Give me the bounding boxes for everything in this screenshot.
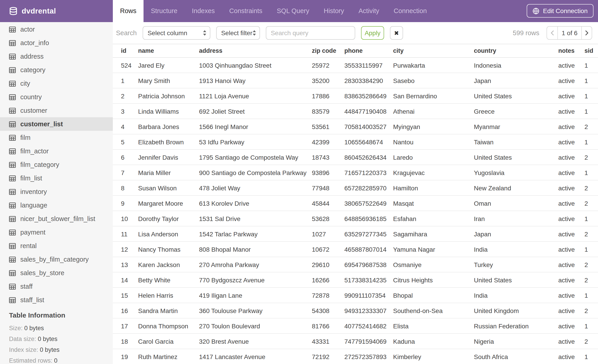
cell-name[interactable]: Mary Smith (138, 77, 199, 84)
sidebar-item-sales-by-film-category[interactable]: sales_by_film_category (0, 253, 113, 266)
cell-zip-code[interactable]: 10672 (312, 246, 344, 253)
sidebar-item-rental[interactable]: rental (0, 239, 113, 253)
cell-sid[interactable]: 2 (584, 200, 598, 207)
cell-notes[interactable]: active (558, 154, 584, 161)
edit-connection-button[interactable]: Edit Connection (527, 4, 593, 18)
cell-country[interactable]: United Kingdom (474, 307, 558, 314)
cell-notes[interactable]: active (558, 322, 584, 330)
cell-zip-code[interactable]: 53628 (312, 215, 344, 222)
cell-country[interactable]: Japan (474, 230, 558, 237)
cell-address[interactable]: 808 Bhopal Manor (199, 246, 312, 253)
cell-city[interactable]: Purwakarta (393, 62, 474, 69)
cell-phone[interactable]: 949312333307 (344, 307, 393, 314)
cell-name[interactable]: Elizabeth Brown (138, 138, 199, 146)
column-header-phone[interactable]: phone (344, 47, 393, 54)
column-header-country[interactable]: country (474, 47, 558, 54)
sidebar-item-film-actor[interactable]: film_actor (0, 144, 113, 158)
cell-sid[interactable]: 2 (584, 123, 598, 130)
cell-notes[interactable]: active (558, 200, 584, 207)
cell-sid[interactable]: 2 (584, 184, 598, 192)
tab-indexes[interactable]: Indexes (185, 0, 222, 22)
cell-city[interactable]: Laredo (393, 154, 474, 161)
cell-city[interactable]: Esfahan (393, 215, 474, 222)
sidebar-item-inventory[interactable]: inventory (0, 185, 113, 198)
cell-zip-code[interactable]: 45844 (312, 200, 344, 207)
cell-id[interactable]: 8 (121, 184, 138, 192)
table-row[interactable]: 15Helen Harris419 Iligan Lane72878990911… (113, 288, 598, 303)
apply-button[interactable]: Apply (361, 26, 384, 40)
cell-phone[interactable]: 648856936185 (344, 215, 393, 222)
cell-notes[interactable]: active (558, 291, 584, 299)
cell-notes[interactable]: active (558, 108, 584, 115)
cell-sid[interactable]: 2 (584, 261, 598, 268)
sidebar-item-staff-list[interactable]: staff_list (0, 293, 113, 307)
cell-zip-code[interactable]: 77948 (312, 184, 344, 192)
cell-phone[interactable]: 860452626434 (344, 154, 393, 161)
cell-id[interactable]: 14 (121, 276, 138, 283)
cell-notes[interactable]: active (558, 138, 584, 146)
table-row[interactable]: 11Lisa Anderson1542 Tarlac Parkway102763… (113, 226, 598, 242)
cell-name[interactable]: Linda Williams (138, 108, 199, 115)
cell-address[interactable]: 770 Bydgoszcz Avenue (199, 276, 312, 283)
cell-name[interactable]: Jennifer Davis (138, 154, 199, 161)
table-row[interactable]: 524Jared Ely1003 Qinhuangdao Street25972… (113, 58, 598, 73)
cell-notes[interactable]: active (558, 307, 584, 314)
cell-name[interactable]: Carol Garcia (138, 338, 199, 345)
cell-sid[interactable]: 1 (584, 62, 598, 69)
table-row[interactable]: 10Dorothy Taylor1531 Sal Drive5362864885… (113, 211, 598, 226)
cell-phone[interactable]: 635297277345 (344, 230, 393, 237)
column-header-name[interactable]: name (138, 47, 199, 54)
cell-notes[interactable]: active (558, 261, 584, 268)
cell-name[interactable]: Sandra Martin (138, 307, 199, 314)
table-row[interactable]: 5Elizabeth Brown53 Idfu Parkway423991065… (113, 134, 598, 150)
tab-structure[interactable]: Structure (144, 0, 185, 22)
cell-country[interactable]: Greece (474, 108, 558, 115)
cell-name[interactable]: Barbara Jones (138, 123, 199, 130)
cell-id[interactable]: 12 (121, 246, 138, 253)
cell-address[interactable]: 1417 Lancaster Avenue (199, 353, 312, 360)
cell-country[interactable]: Myanmar (474, 123, 558, 130)
cell-sid[interactable]: 1 (584, 108, 598, 115)
cell-id[interactable]: 6 (121, 154, 138, 161)
cell-id[interactable]: 13 (121, 261, 138, 268)
cell-city[interactable]: Kimberley (393, 353, 474, 360)
cell-phone[interactable]: 28303384290 (344, 77, 393, 84)
tab-connection[interactable]: Connection (387, 0, 434, 22)
column-header-city[interactable]: city (393, 47, 474, 54)
cell-city[interactable]: Bhopal (393, 291, 474, 299)
cell-country[interactable]: Indonesia (474, 62, 558, 69)
cell-id[interactable]: 524 (121, 62, 138, 69)
cell-phone[interactable]: 407752414682 (344, 322, 393, 330)
cell-phone[interactable]: 716571220373 (344, 169, 393, 176)
table-row[interactable]: 16Sandra Martin360 Toulouse Parkway54308… (113, 303, 598, 318)
cell-country[interactable]: Oman (474, 200, 558, 207)
table-row[interactable]: 4Barbara Jones1566 Inegl Manor5356170581… (113, 119, 598, 134)
cell-notes[interactable]: active (558, 169, 584, 176)
sidebar-item-film-list[interactable]: film_list (0, 171, 113, 185)
cell-sid[interactable]: 1 (584, 92, 598, 99)
cell-name[interactable]: Jared Ely (138, 62, 199, 69)
cell-zip-code[interactable]: 72878 (312, 291, 344, 299)
sidebar-item-category[interactable]: category (0, 63, 113, 77)
cell-sid[interactable]: 2 (584, 154, 598, 161)
cell-address[interactable]: 478 Joliet Way (199, 184, 312, 192)
column-header-address[interactable]: address (199, 47, 312, 54)
table-row[interactable]: 14Betty White770 Bydgoszcz Avenue1626651… (113, 272, 598, 288)
cell-notes[interactable]: active (558, 215, 584, 222)
cell-id[interactable]: 18 (121, 338, 138, 345)
cell-notes[interactable]: active (558, 92, 584, 99)
cell-country[interactable]: Russian Federation (474, 322, 558, 330)
sidebar-item-customer-list[interactable]: customer_list (0, 117, 113, 131)
cell-address[interactable]: 1531 Sal Drive (199, 215, 312, 222)
table-row[interactable]: 8Susan Wilson478 Joliet Way7794865728228… (113, 180, 598, 196)
table-row[interactable]: 9Margaret Moore613 Korolev Drive45844380… (113, 196, 598, 211)
cell-notes[interactable]: active (558, 184, 584, 192)
cell-notes[interactable]: active (558, 77, 584, 84)
filter-select[interactable]: Select filter (216, 26, 260, 40)
sidebar-item-nicer-but-slower-film-list[interactable]: nicer_but_slower_film_list (0, 212, 113, 226)
cell-city[interactable]: Kaduna (393, 338, 474, 345)
cell-city[interactable]: Kragujevac (393, 169, 474, 176)
cell-sid[interactable]: 2 (584, 230, 598, 237)
cell-notes[interactable]: active (558, 353, 584, 360)
sidebar-item-film[interactable]: film (0, 131, 113, 144)
